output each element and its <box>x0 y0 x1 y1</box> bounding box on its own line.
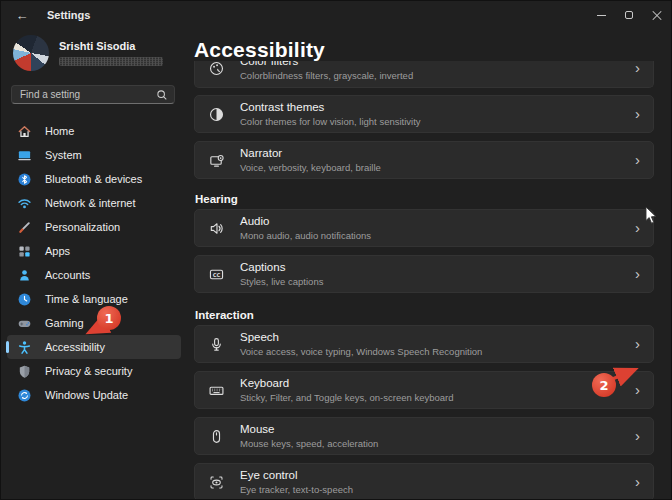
sidebar-item-apps[interactable]: Apps <box>7 239 181 263</box>
row-title: Eye control <box>240 469 353 481</box>
sidebar-item-label: Network & internet <box>45 197 135 209</box>
chevron-right-icon: › <box>635 220 640 237</box>
sidebar-item-label: Privacy & security <box>45 365 132 377</box>
maximize-icon <box>625 11 633 19</box>
personalization-icon <box>16 219 32 235</box>
maximize-button[interactable] <box>615 1 643 29</box>
chevron-right-icon: › <box>635 336 640 353</box>
captions-icon: CC <box>207 265 225 283</box>
sidebar-item-bluetooth-devices[interactable]: Bluetooth & devices <box>7 167 181 191</box>
svg-text:CC: CC <box>212 271 220 277</box>
row-audio[interactable]: Audio Mono audio, audio notifications › <box>194 209 654 247</box>
row-color-filters[interactable]: Color filters Colorblindness filters, gr… <box>194 61 654 88</box>
row-title: Color filters <box>240 61 413 67</box>
row-speech[interactable]: Speech Voice access, voice typing, Windo… <box>194 325 654 363</box>
system-icon <box>16 147 32 163</box>
search-box[interactable] <box>11 85 175 104</box>
user-profile[interactable]: Srishti Sisodia <box>13 35 163 71</box>
time-language-icon <box>16 291 32 307</box>
home-icon <box>16 123 32 139</box>
sidebar-item-accessibility[interactable]: Accessibility <box>7 335 181 359</box>
sidebar-item-privacy-security[interactable]: Privacy & security <box>7 359 181 383</box>
sidebar-nav: Home System Bluetooth & devices Network … <box>1 119 187 407</box>
chevron-right-icon: › <box>635 266 640 283</box>
row-subtitle: Voice, verbosity, keyboard, braille <box>240 162 381 173</box>
page-title: Accessibility <box>194 38 325 62</box>
settings-list: Color filters Colorblindness filters, gr… <box>194 61 654 500</box>
row-subtitle: Mono audio, audio notifications <box>240 230 371 241</box>
accounts-icon <box>16 267 32 283</box>
row-subtitle: Sticky, Filter, and Toggle keys, on-scre… <box>240 392 454 403</box>
narrator-icon <box>207 151 225 169</box>
apps-icon <box>16 243 32 259</box>
row-narrator[interactable]: Narrator Voice, verbosity, keyboard, bra… <box>194 141 654 179</box>
back-button[interactable]: ← <box>7 4 37 26</box>
sidebar-item-label: System <box>45 149 82 161</box>
row-title: Captions <box>240 261 323 273</box>
sidebar-item-label: Time & language <box>45 293 128 305</box>
row-contrast-themes[interactable]: Contrast themes Color themes for low vis… <box>194 95 654 133</box>
chevron-right-icon: › <box>635 428 640 445</box>
main-content: Accessibility Color filters Colorblindne… <box>187 29 672 500</box>
sidebar-item-label: Gaming <box>45 317 84 329</box>
section-header-hearing: Hearing <box>194 187 654 209</box>
row-keyboard[interactable]: Keyboard Sticky, Filter, and Toggle keys… <box>194 371 654 409</box>
search-icon <box>156 89 168 101</box>
user-email-redacted <box>59 57 163 66</box>
row-eye-control[interactable]: Eye control Eye tracker, text-to-speech … <box>194 463 654 500</box>
network-icon <box>16 195 32 211</box>
speech-icon <box>207 335 225 353</box>
chevron-right-icon: › <box>635 382 640 399</box>
sidebar-item-label: Home <box>45 125 74 137</box>
bluetooth-icon <box>16 171 32 187</box>
sidebar-item-network-internet[interactable]: Network & internet <box>7 191 181 215</box>
chevron-right-icon: › <box>635 474 640 491</box>
row-subtitle: Voice access, voice typing, Windows Spee… <box>240 346 482 357</box>
chevron-right-icon: › <box>635 152 640 169</box>
contrast-themes-icon <box>207 105 225 123</box>
accessibility-icon <box>16 339 32 355</box>
sidebar-item-personalization[interactable]: Personalization <box>7 215 181 239</box>
row-title: Speech <box>240 331 482 343</box>
sidebar-item-label: Accounts <box>45 269 90 281</box>
row-title: Contrast themes <box>240 101 421 113</box>
user-name: Srishti Sisodia <box>59 40 163 52</box>
color-filters-icon <box>207 61 225 77</box>
sidebar: Srishti Sisodia Home System Bluetooth & … <box>1 29 187 500</box>
user-meta: Srishti Sisodia <box>59 40 163 66</box>
sidebar-item-home[interactable]: Home <box>7 119 181 143</box>
close-icon <box>652 10 662 20</box>
chevron-right-icon: › <box>635 61 640 77</box>
sidebar-item-time-language[interactable]: Time & language <box>7 287 181 311</box>
window-title: Settings <box>47 9 90 21</box>
sidebar-item-system[interactable]: System <box>7 143 181 167</box>
mouse-cursor <box>645 206 658 229</box>
settings-window: { "window": { "title": "Settings", "back… <box>0 0 672 500</box>
row-subtitle: Styles, live captions <box>240 276 323 287</box>
windows-update-icon <box>16 387 32 403</box>
mouse-icon <box>207 427 225 445</box>
row-subtitle: Colorblindness filters, grayscale, inver… <box>240 70 413 81</box>
row-title: Narrator <box>240 147 381 159</box>
sidebar-item-label: Accessibility <box>45 341 105 353</box>
close-button[interactable] <box>643 1 671 29</box>
section-header-interaction: Interaction <box>194 301 654 325</box>
row-subtitle: Color themes for low vision, light sensi… <box>240 116 421 127</box>
titlebar: ← Settings <box>1 1 672 29</box>
sidebar-item-gaming[interactable]: Gaming <box>7 311 181 335</box>
search-input[interactable] <box>12 89 156 100</box>
row-title: Mouse <box>240 423 378 435</box>
sidebar-item-label: Bluetooth & devices <box>45 173 142 185</box>
row-mouse[interactable]: Mouse Mouse keys, speed, acceleration › <box>194 417 654 455</box>
sidebar-item-accounts[interactable]: Accounts <box>7 263 181 287</box>
row-title: Keyboard <box>240 377 454 389</box>
sidebar-item-label: Windows Update <box>45 389 128 401</box>
back-arrow-icon: ← <box>16 8 29 23</box>
avatar <box>13 35 49 71</box>
gaming-icon <box>16 315 32 331</box>
minimize-button[interactable] <box>587 1 615 29</box>
sidebar-item-windows-update[interactable]: Windows Update <box>7 383 181 407</box>
sidebar-item-label: Personalization <box>45 221 120 233</box>
row-subtitle: Eye tracker, text-to-speech <box>240 484 353 495</box>
row-captions[interactable]: CC Captions Styles, live captions › <box>194 255 654 293</box>
